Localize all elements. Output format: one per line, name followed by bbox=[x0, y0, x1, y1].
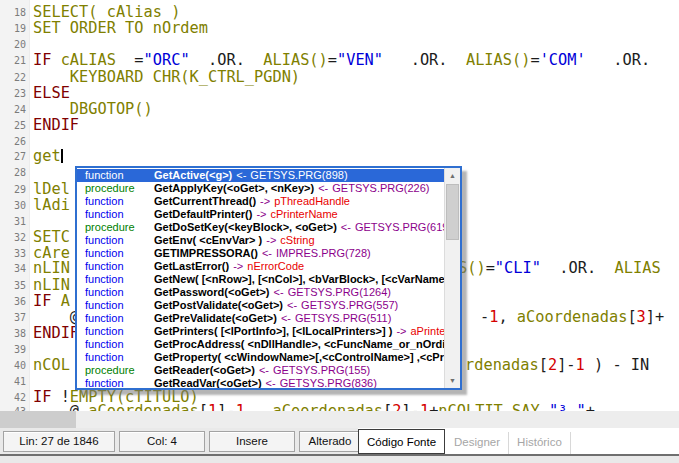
status-bar: Lin: 27 de 1846 Col: 4 Insere Alterado C… bbox=[0, 428, 679, 454]
item-signature: GetReadVar(<oGet>) bbox=[154, 377, 262, 388]
code-token: "CLI" bbox=[495, 259, 541, 277]
autocomplete-item[interactable]: functionGetPassword(<oGet>)<-GETSYS.PRG(… bbox=[77, 286, 444, 299]
autocomplete-list: functionGetActive(<g>)<-GETSYS.PRG(898)p… bbox=[77, 168, 444, 388]
item-kind-label: function bbox=[77, 260, 154, 273]
item-signature: GetLastError() bbox=[154, 260, 229, 273]
code-token: IF bbox=[33, 51, 61, 69]
item-target: GETSYS.PRG(619) bbox=[351, 221, 444, 234]
item-signature: GetEnv( <cEnvVar> ) bbox=[154, 234, 262, 247]
code-text: nLIN bbox=[33, 277, 70, 293]
bottom-divider bbox=[0, 454, 679, 463]
code-token: nCOL bbox=[33, 356, 70, 374]
item-kind-label: function bbox=[77, 286, 154, 299]
code-token: SAY bbox=[512, 402, 540, 411]
autocomplete-item[interactable]: functionGetActive(<g>)<-GETSYS.PRG(898) bbox=[77, 169, 444, 182]
autocomplete-item[interactable]: procedureGetDoSetKey(<keyBlock>, <oGet>)… bbox=[77, 221, 444, 234]
item-kind-label: function bbox=[77, 195, 154, 208]
code-line: 22 KEYBOARD CHR(K_CTRL_PGDN) bbox=[0, 69, 679, 85]
tab-codigo-fonte[interactable]: Código Fonte bbox=[358, 429, 445, 454]
autocomplete-popup[interactable]: functionGetActive(<g>)<-GETSYS.PRG(898)p… bbox=[75, 166, 462, 390]
item-arrow: <- bbox=[255, 364, 269, 377]
autocomplete-item[interactable]: functionGetPostValidate(<oGet>)<-GETSYS.… bbox=[77, 299, 444, 312]
popup-scrollbar[interactable]: ▲ ▼ bbox=[444, 168, 460, 388]
item-target: IMPRES.PRG(728) bbox=[272, 247, 371, 260]
line-number: 20 bbox=[0, 36, 26, 53]
status-line-indicator: Lin: 27 de 1846 bbox=[3, 431, 115, 452]
autocomplete-item[interactable]: functionGetEnv( <cEnvVar> )->cString bbox=[77, 234, 444, 247]
code-token: S() bbox=[458, 259, 486, 277]
scrollbar-thumb[interactable] bbox=[446, 184, 459, 240]
autocomplete-item[interactable]: procedureGetReader(<oGet>)<-GETSYS.PRG(1… bbox=[77, 364, 444, 377]
code-token: = bbox=[134, 51, 143, 69]
item-kind-label: function bbox=[77, 169, 154, 182]
item-target: GETSYS.PRG(836) bbox=[276, 377, 377, 388]
line-number: 36 bbox=[0, 293, 26, 310]
item-kind-label: procedure bbox=[77, 364, 154, 377]
code-token: 1 bbox=[208, 402, 217, 411]
item-target: GETSYS.PRG(557) bbox=[297, 299, 398, 312]
item-arrow: <- bbox=[283, 299, 297, 312]
tab-designer[interactable]: Designer bbox=[446, 432, 509, 454]
item-signature: GetPassword(<oGet>) bbox=[154, 286, 270, 299]
code-token: "³ " bbox=[549, 402, 586, 411]
item-kind-label: function bbox=[77, 377, 154, 388]
text-caret bbox=[61, 149, 63, 163]
item-signature: GetApplyKey(<oGet>, <nKey>) bbox=[154, 182, 314, 195]
autocomplete-item[interactable]: functionGetNew( [<nRow>], [<nCol>], <bVa… bbox=[77, 273, 444, 286]
item-signature: GetDefaultPrinter() bbox=[154, 208, 252, 221]
code-line: 25ENDIF bbox=[0, 117, 679, 133]
code-line: 43 @ aCoordenadas[1]-1, aCoordenadas[2]-… bbox=[0, 403, 679, 411]
code-token: - bbox=[480, 308, 489, 326]
code-token: [ bbox=[383, 402, 392, 411]
item-kind-label: function bbox=[77, 312, 154, 325]
code-text-fragment: -1, aCoordenadas[3]+ bbox=[480, 309, 664, 325]
autocomplete-item[interactable]: procedureGetApplyKey(<oGet>, <nKey>)<-GE… bbox=[77, 182, 444, 195]
item-arrow: <- bbox=[262, 377, 276, 388]
line-number: 29 bbox=[0, 181, 26, 198]
line-number: 18 bbox=[0, 4, 26, 21]
item-kind-label: function bbox=[77, 208, 154, 221]
code-token: get bbox=[33, 147, 61, 165]
item-kind-label: function bbox=[77, 338, 154, 351]
code-text: nLIN bbox=[33, 260, 70, 276]
scroll-up-icon[interactable]: ▲ bbox=[445, 168, 460, 183]
tab-historico[interactable]: Histórico bbox=[509, 432, 571, 454]
code-token: + bbox=[586, 402, 595, 411]
autocomplete-item[interactable]: functionGetLastError()->nErrorCode bbox=[77, 260, 444, 273]
code-token: "ORC" bbox=[144, 51, 190, 69]
code-token: @ bbox=[33, 402, 88, 411]
item-target: GETSYS.PRG(155) bbox=[269, 364, 370, 377]
code-token: = bbox=[328, 51, 337, 69]
item-signature: GetPrinters( [<lPortInfo>], [<lLocalPrin… bbox=[154, 325, 392, 338]
autocomplete-item[interactable]: functionGetPrinters( [<lPortInfo>], [<lL… bbox=[77, 325, 444, 338]
item-signature: GetCurrentThread() bbox=[154, 195, 256, 208]
code-text: lDel bbox=[33, 181, 70, 197]
code-token: ALIAS() bbox=[466, 51, 530, 69]
line-number: 28 bbox=[0, 164, 26, 181]
autocomplete-item[interactable]: functionGetProcAddress( <nDllHandle>, <c… bbox=[77, 338, 444, 351]
autocomplete-item[interactable]: functionGetCurrentThread()->pThreadHandl… bbox=[77, 195, 444, 208]
item-target: GETSYS.PRG(226) bbox=[328, 182, 429, 195]
autocomplete-item[interactable]: functionGetDefaultPrinter()->cPrinterNam… bbox=[77, 208, 444, 221]
horizontal-scrollbar-thumb[interactable] bbox=[0, 411, 76, 428]
item-arrow: -> bbox=[392, 325, 406, 338]
status-column-indicator: Col: 4 bbox=[119, 431, 205, 452]
autocomplete-item[interactable]: functionGetPreValidate(<oGet>)<-GETSYS.P… bbox=[77, 312, 444, 325]
ide-window: 18SELECT( cAlias )19SET ORDER TO nOrdem2… bbox=[0, 0, 679, 463]
autocomplete-item[interactable]: functionGetProperty( <cWindowName>[,<cCo… bbox=[77, 351, 444, 364]
code-text: ENDIF bbox=[33, 325, 79, 341]
code-text: SELECT( cAlias ) bbox=[33, 4, 180, 20]
code-text: DBGOTOP() bbox=[33, 101, 153, 117]
autocomplete-item[interactable]: functionGETIMPRESSORA()<-IMPRES.PRG(728) bbox=[77, 247, 444, 260]
autocomplete-item[interactable]: functionGetReadVar(<oGet>)<-GETSYS.PRG(8… bbox=[77, 377, 444, 388]
code-token: 1 bbox=[576, 356, 585, 374]
scroll-down-icon[interactable]: ▼ bbox=[445, 373, 460, 388]
horizontal-scrollbar[interactable] bbox=[0, 411, 679, 428]
code-token: + bbox=[655, 308, 664, 326]
code-token: 3 bbox=[637, 308, 646, 326]
item-target: cPrinterName bbox=[267, 208, 338, 221]
item-arrow: -> bbox=[229, 260, 243, 273]
code-token: SET ORDER TO nOrdem bbox=[33, 19, 208, 37]
item-kind-label: function bbox=[77, 299, 154, 312]
code-line: 21IF cALIAS ="ORC" .OR. ALIAS()="VEN" .O… bbox=[0, 52, 679, 68]
